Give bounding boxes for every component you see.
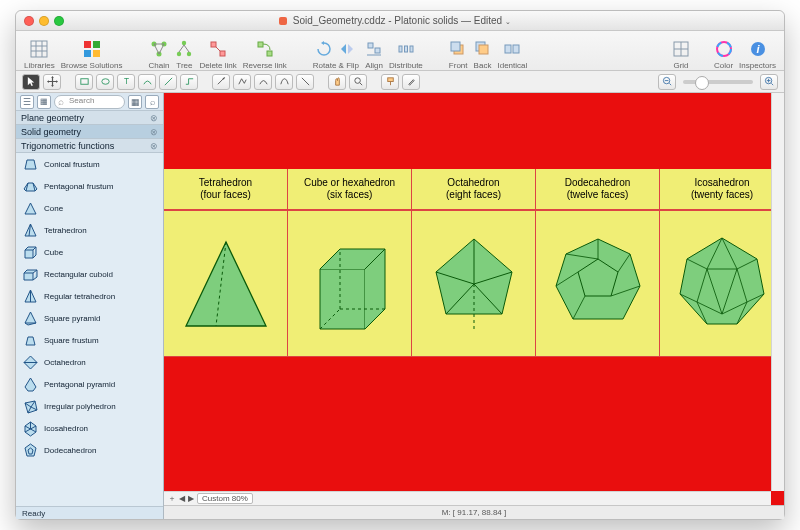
- page-nav-plus[interactable]: ＋: [168, 493, 176, 504]
- minimize-window-button[interactable]: [39, 16, 49, 26]
- category-plane[interactable]: Plane geometry⊗: [16, 111, 163, 125]
- category-label: Plane geometry: [21, 113, 84, 123]
- tree-label: Tree: [176, 61, 192, 70]
- svg-line-46: [359, 83, 361, 85]
- category-trig[interactable]: Trigonometric functions⊗: [16, 139, 163, 153]
- canvas-scroll[interactable]: Tetrahedron(four faces) Cube or hexahedr…: [164, 93, 784, 505]
- rect-tool[interactable]: [75, 74, 93, 90]
- smart-connector-tool[interactable]: [180, 74, 198, 90]
- tetrahedron-shape[interactable]: [164, 211, 288, 357]
- shape-item[interactable]: Regular tetrahedron: [16, 285, 163, 307]
- svg-rect-27: [451, 42, 460, 51]
- shape-item[interactable]: Pentagonal pyramid: [16, 373, 163, 395]
- file-name: Soid_Geometry.cddz: [293, 15, 386, 26]
- back-icon: [474, 40, 492, 58]
- zoom-tool[interactable]: [349, 74, 367, 90]
- shape-item[interactable]: Tetrahedron: [16, 219, 163, 241]
- grid-group[interactable]: Grid: [672, 38, 690, 70]
- bezier-tool[interactable]: [275, 74, 293, 90]
- collapse-icon[interactable]: ⊗: [150, 113, 158, 123]
- canvas[interactable]: Tetrahedron(four faces) Cube or hexahedr…: [164, 93, 784, 505]
- solid-sub: (eight faces): [446, 189, 501, 200]
- category-solid[interactable]: Solid geometry⊗: [16, 125, 163, 139]
- hand-tool[interactable]: [328, 74, 346, 90]
- shape-item[interactable]: Cone: [16, 197, 163, 219]
- move-tool[interactable]: [43, 74, 61, 90]
- shape-item[interactable]: Octahedron: [16, 351, 163, 373]
- svg-rect-8: [93, 50, 100, 57]
- solid-name: Icosahedron: [694, 177, 749, 188]
- front-group[interactable]: Front: [449, 38, 468, 70]
- reverse-link-group[interactable]: Reverse link: [243, 38, 287, 70]
- zoom-display[interactable]: Custom 80%: [197, 493, 253, 504]
- outline-view-icon[interactable]: ☰: [20, 95, 34, 109]
- shape-item[interactable]: Icosahedron: [16, 417, 163, 439]
- shape-icon: [21, 221, 39, 239]
- back-group[interactable]: Back: [474, 38, 492, 70]
- svg-line-17: [216, 47, 220, 51]
- pointer-tool[interactable]: [22, 74, 40, 90]
- browse-group[interactable]: Browse Solutions: [61, 38, 123, 70]
- dodecahedron-shape[interactable]: [536, 211, 660, 357]
- shape-item[interactable]: Irregular polyhedron: [16, 395, 163, 417]
- zoom-window-button[interactable]: [54, 16, 64, 26]
- libraries-group[interactable]: Libraries: [24, 38, 55, 70]
- arrow-line-tool[interactable]: [212, 74, 230, 90]
- poly-line-tool[interactable]: [233, 74, 251, 90]
- identical-group[interactable]: Identical: [498, 38, 528, 70]
- color-group[interactable]: Color: [714, 38, 733, 70]
- align-icon: [365, 40, 383, 58]
- search-input[interactable]: Search: [54, 95, 125, 109]
- grid-icon: [672, 40, 690, 58]
- close-window-button[interactable]: [24, 16, 34, 26]
- distribute-group[interactable]: Distribute: [389, 38, 423, 70]
- shape-item[interactable]: Rectangular cuboid: [16, 263, 163, 285]
- collapse-icon[interactable]: ⊗: [150, 127, 158, 137]
- eyedropper-tool[interactable]: [402, 74, 420, 90]
- svg-point-36: [717, 42, 731, 56]
- shape-item[interactable]: Square pyramid: [16, 307, 163, 329]
- browse-label: Browse Solutions: [61, 61, 123, 70]
- tree-group[interactable]: Tree: [175, 38, 193, 70]
- canvas-area: Tetrahedron(four faces) Cube or hexahedr…: [164, 93, 784, 519]
- icosahedron-shape[interactable]: [660, 211, 784, 357]
- shape-item[interactable]: Dodecahedron: [16, 439, 163, 461]
- connector-tool[interactable]: [138, 74, 156, 90]
- tree-icon: [175, 40, 193, 58]
- shape-item[interactable]: Cube: [16, 241, 163, 263]
- vertical-scrollbar[interactable]: [771, 93, 784, 491]
- zoom-out-button[interactable]: [658, 74, 676, 90]
- shape-list: Conical frustumPentagonal frustumConeTet…: [16, 153, 163, 506]
- footer-bar: M: [ 91.17, 88.84 ]: [164, 505, 784, 519]
- horizontal-scrollbar[interactable]: ＋ ◀ ▶ Custom 80%: [164, 491, 771, 505]
- shape-item[interactable]: Pentagonal frustum: [16, 175, 163, 197]
- text-tool[interactable]: T: [117, 74, 135, 90]
- shape-icon: [21, 331, 39, 349]
- preview-view-icon[interactable]: ▦: [37, 95, 51, 109]
- inspectors-group[interactable]: iInspectors: [739, 38, 776, 70]
- search-view-icon[interactable]: ⌕: [145, 95, 159, 109]
- rotate-group[interactable]: Rotate & Flip: [313, 38, 359, 70]
- shape-item[interactable]: Square frustum: [16, 329, 163, 351]
- align-group[interactable]: Align: [365, 38, 383, 70]
- line2-tool[interactable]: [296, 74, 314, 90]
- ellipse-tool[interactable]: [96, 74, 114, 90]
- grid-view-icon[interactable]: ▦: [128, 95, 142, 109]
- svg-rect-25: [410, 46, 413, 52]
- delete-link-group[interactable]: Delete link: [199, 38, 236, 70]
- document-name: Platonic solids: [394, 15, 458, 26]
- octahedron-shape[interactable]: [412, 211, 536, 357]
- chain-group[interactable]: Chain: [149, 38, 170, 70]
- line-tool[interactable]: [159, 74, 177, 90]
- collapse-icon[interactable]: ⊗: [150, 141, 158, 151]
- svg-line-42: [164, 78, 171, 85]
- cube-shape[interactable]: [288, 211, 412, 357]
- shape-label: Pentagonal frustum: [44, 182, 113, 191]
- page-nav-prev[interactable]: ◀: [179, 494, 185, 503]
- format-painter[interactable]: [381, 74, 399, 90]
- curve-tool[interactable]: [254, 74, 272, 90]
- page-nav-next[interactable]: ▶: [188, 494, 194, 503]
- zoom-slider[interactable]: [683, 80, 753, 84]
- zoom-in-button[interactable]: [760, 74, 778, 90]
- shape-item[interactable]: Conical frustum: [16, 153, 163, 175]
